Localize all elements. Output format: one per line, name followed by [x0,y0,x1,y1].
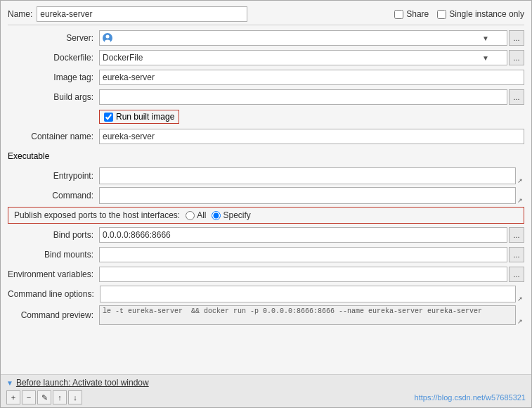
build-args-dots-button[interactable]: ... [509,89,524,105]
cmd-options-input[interactable] [100,286,516,302]
cmd-preview-expand-icon[interactable]: ↗ [516,318,524,325]
executable-section-row: Executable [8,148,524,165]
specify-radio[interactable] [212,211,221,220]
env-variables-label: Environment variables: [8,269,99,279]
bind-mounts-input[interactable] [99,247,507,262]
specify-radio-label[interactable]: Specify [212,210,250,220]
bind-mounts-wrapper: ... [99,247,524,262]
dockerfile-row: Dockerfile: DockerFile ▼ ... [8,49,524,66]
entrypoint-wrapper: ↗ [99,167,524,184]
toolbar-buttons: + − ✎ ↑ ↓ [6,390,82,404]
edit-button[interactable]: ✎ [37,390,51,404]
cmd-options-expand-icon[interactable]: ↗ [516,295,524,302]
before-launch-label: Before launch: Activate tool window [16,378,149,388]
triangle-icon: ▼ [6,379,13,387]
share-checkbox[interactable] [394,10,403,19]
cmd-options-row: Command line options: ↗ [8,286,524,302]
bind-ports-dots-button[interactable]: ... [509,227,524,243]
form-area: Name: Share Single instance only Server: [1,1,531,374]
entrypoint-expand-icon[interactable]: ↗ [516,177,524,184]
run-built-box: Run built image [99,110,179,124]
cmd-options-label: Command line options: [8,289,100,299]
dockerfile-select[interactable]: DockerFile [99,50,507,65]
container-name-label: Container name: [8,132,99,141]
image-tag-label: Image tag: [8,72,99,82]
command-expand-icon[interactable]: ↗ [516,197,524,204]
server-select-wrapper: ▼ ... [99,30,524,46]
server-label: Server: [8,33,99,43]
bind-ports-row: Bind ports: ... [8,227,524,243]
bind-ports-wrapper: ... [99,227,524,243]
all-radio-label[interactable]: All [186,210,206,220]
name-input[interactable] [37,6,247,22]
container-name-row: Container name: [8,128,524,145]
build-args-row: Build args: ... [8,89,524,106]
dockerfile-dots-button[interactable]: ... [509,50,524,65]
run-built-row: Run built image [8,108,524,125]
env-variables-wrapper: ... [99,267,524,282]
build-args-label: Build args: [8,92,99,102]
top-right-controls: Share Single instance only [394,9,524,19]
run-built-image-checkbox[interactable] [104,113,113,122]
env-variables-dots-button[interactable]: ... [509,267,524,282]
share-label: Share [406,9,429,19]
cmd-preview-label: Command preview: [8,310,99,320]
bottom-toolbar: ▼ Before launch: Activate tool window + … [1,374,531,407]
server-dots-button[interactable]: ... [509,30,524,46]
entrypoint-label: Entrypoint: [8,171,99,181]
cmd-preview-wrapper: ↗ [99,305,524,325]
image-tag-input[interactable] [99,70,524,85]
env-variables-row: Environment variables: ... [8,266,524,283]
command-row: Command: ↗ [8,187,524,204]
name-label: Name: [8,9,32,19]
svg-point-2 [105,40,110,44]
cmd-options-wrapper: ↗ [100,286,524,302]
main-container: Name: Share Single instance only Server: [0,0,532,408]
top-row: Name: Share Single instance only [8,6,524,25]
specify-label: Specify [223,210,250,220]
all-label: All [197,210,206,220]
command-input[interactable] [99,187,516,204]
executable-label: Executable [8,151,99,161]
remove-button[interactable]: − [22,390,36,404]
server-select[interactable] [99,30,507,46]
build-args-input[interactable] [99,89,507,105]
build-args-wrapper: ... [99,89,524,105]
toolbar-bottom-row: + − ✎ ↑ ↓ https://blog.csdn.net/w5768532… [6,390,526,404]
bind-ports-label: Bind ports: [8,230,99,240]
up-button[interactable]: ↑ [53,390,67,404]
run-built-image-label: Run built image [116,112,174,122]
entrypoint-input[interactable] [99,167,516,184]
server-row: Server: ▼ ... [8,30,524,46]
all-radio[interactable] [186,211,195,220]
dockerfile-field-wrapper: DockerFile ▼ ... [99,50,524,65]
container-name-input[interactable] [99,129,524,144]
before-launch-row: ▼ Before launch: Activate tool window [6,378,526,388]
command-label: Command: [8,191,99,200]
bind-ports-input[interactable] [99,227,507,243]
share-checkbox-label[interactable]: Share [394,9,429,19]
command-wrapper: ↗ [99,187,524,204]
image-tag-row: Image tag: [8,69,524,86]
cmd-preview-textarea [99,305,516,325]
bind-mounts-dots-button[interactable]: ... [509,247,524,262]
add-button[interactable]: + [6,390,20,404]
server-icon [102,32,113,44]
bind-mounts-row: Bind mounts: ... [8,246,524,263]
single-instance-checkbox-label[interactable]: Single instance only [437,9,524,19]
cmd-preview-row: Command preview: ↗ [8,305,524,325]
single-instance-label: Single instance only [449,9,524,19]
entrypoint-row: Entrypoint: ↗ [8,167,524,184]
watermark: https://blog.csdn.net/w57685321 [415,393,526,402]
bind-mounts-label: Bind mounts: [8,250,99,260]
single-instance-checkbox[interactable] [437,10,446,19]
down-button[interactable]: ↓ [68,390,82,404]
env-variables-input[interactable] [99,267,507,282]
ports-label: Publish exposed ports to the host interf… [14,210,180,220]
dockerfile-label: Dockerfile: [8,53,99,63]
svg-point-1 [106,35,110,39]
ports-section: Publish exposed ports to the host interf… [8,207,524,224]
